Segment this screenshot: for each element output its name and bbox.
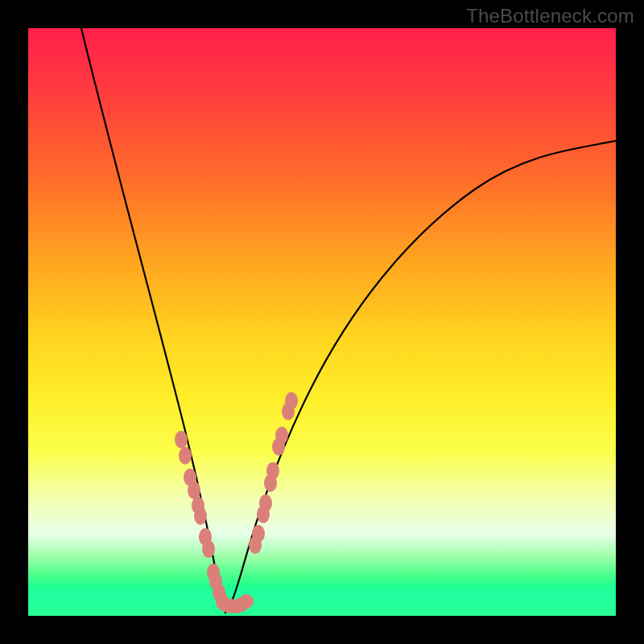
marker-dot — [266, 462, 279, 480]
marker-dot — [179, 447, 192, 464]
marker-dot — [285, 392, 298, 410]
curve-right-branch — [225, 141, 616, 613]
plot-area — [28, 28, 616, 616]
marker-dot — [275, 427, 288, 444]
marker-group — [175, 392, 298, 613]
marker-dot — [202, 540, 215, 558]
marker-dot — [194, 507, 207, 525]
outer-frame: TheBottleneck.com — [0, 0, 644, 644]
watermark-text: TheBottleneck.com — [466, 5, 634, 27]
marker-dot — [188, 481, 200, 499]
curve-left-branch — [81, 28, 225, 613]
marker-dot — [239, 594, 254, 609]
marker-dot — [259, 494, 272, 512]
marker-dot — [252, 525, 265, 543]
marker-dot — [175, 431, 188, 448]
bottleneck-curve-svg — [28, 28, 616, 616]
